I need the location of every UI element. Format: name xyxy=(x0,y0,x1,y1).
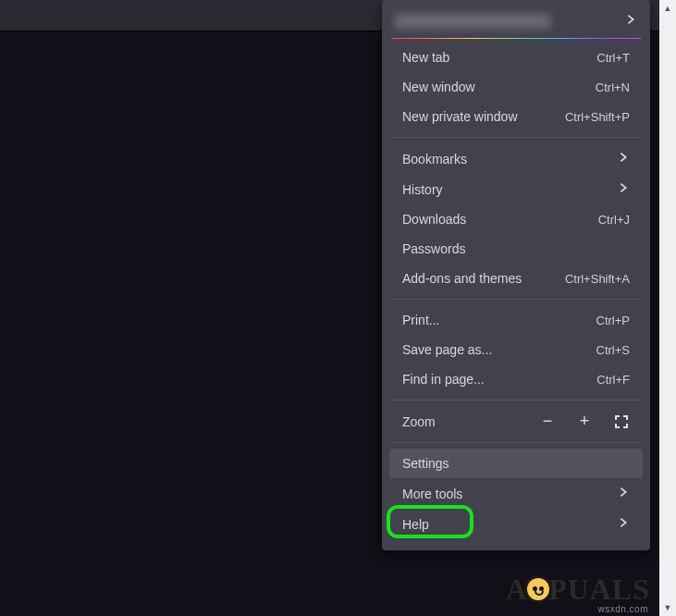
menu-label: Zoom xyxy=(402,414,539,429)
account-divider xyxy=(391,38,641,39)
menu-find-in-page[interactable]: Find in page... Ctrl+F xyxy=(389,364,643,394)
menu-label: History xyxy=(402,182,443,197)
menu-label: Save page as... xyxy=(402,342,492,357)
menu-settings[interactable]: Settings xyxy=(389,449,643,478)
watermark-domain: wsxdn.com xyxy=(597,604,648,614)
fullscreen-button[interactable] xyxy=(613,414,630,429)
menu-accelerator: Ctrl+S xyxy=(596,343,630,357)
chevron-right-icon xyxy=(617,486,630,501)
chevron-right-icon xyxy=(617,181,630,197)
menu-separator xyxy=(391,400,641,400)
menu-label: Help xyxy=(402,517,429,532)
menu-label: Settings xyxy=(402,456,449,471)
menu-save-page-as[interactable]: Save page as... Ctrl+S xyxy=(389,335,643,364)
menu-new-tab[interactable]: New tab Ctrl+T xyxy=(389,43,643,72)
chevron-right-icon xyxy=(617,516,630,532)
menu-zoom-row: Zoom − + xyxy=(389,406,643,437)
menu-new-window[interactable]: New window Ctrl+N xyxy=(389,72,643,102)
menu-label: New window xyxy=(402,80,475,94)
chevron-right-icon xyxy=(617,151,630,166)
menu-downloads[interactable]: Downloads Ctrl+J xyxy=(389,204,643,234)
menu-label: More tools xyxy=(402,487,462,501)
menu-passwords[interactable]: Passwords xyxy=(389,234,643,264)
menu-accelerator: Ctrl+J xyxy=(598,213,630,227)
menu-help[interactable]: Help xyxy=(389,509,643,539)
menu-history[interactable]: History xyxy=(389,174,643,204)
menu-more-tools[interactable]: More tools xyxy=(389,478,643,509)
menu-accelerator: Ctrl+Shift+P xyxy=(565,110,630,124)
menu-label: Print... xyxy=(402,313,439,327)
menu-accelerator: Ctrl+P xyxy=(596,314,630,327)
account-row[interactable]: someone@mail.com xyxy=(382,4,650,38)
menu-label: Add-ons and themes xyxy=(402,271,522,286)
menu-bookmarks[interactable]: Bookmarks xyxy=(389,143,643,174)
scrollbar-track[interactable]: ▲ ▼ xyxy=(659,0,676,616)
zoom-out-button[interactable]: − xyxy=(539,412,556,431)
scrollbar-up-button[interactable]: ▲ xyxy=(659,0,676,17)
menu-label: Find in page... xyxy=(402,372,485,387)
menu-label: New private window xyxy=(402,109,518,124)
menu-accelerator: Ctrl+Shift+A xyxy=(565,272,630,286)
menu-new-private-window[interactable]: New private window Ctrl+Shift+P xyxy=(389,102,643,131)
menu-accelerator: Ctrl+T xyxy=(596,51,630,65)
menu-label: Passwords xyxy=(402,241,465,256)
menu-separator xyxy=(391,137,641,138)
scrollbar-down-button[interactable]: ▼ xyxy=(659,599,676,616)
menu-label: Bookmarks xyxy=(402,152,467,166)
menu-separator xyxy=(391,299,641,300)
account-email: someone@mail.com xyxy=(395,14,550,29)
application-menu: someone@mail.com New tab Ctrl+T New wind… xyxy=(382,0,650,550)
zoom-in-button[interactable]: + xyxy=(576,412,593,431)
watermark-logo: APUALS xyxy=(506,572,650,607)
menu-accelerator: Ctrl+F xyxy=(596,373,630,387)
menu-label: New tab xyxy=(402,50,449,65)
menu-separator xyxy=(391,442,641,443)
menu-print[interactable]: Print... Ctrl+P xyxy=(389,305,643,335)
chevron-right-icon xyxy=(624,13,637,29)
menu-accelerator: Ctrl+N xyxy=(596,80,630,94)
menu-label: Downloads xyxy=(402,212,466,227)
menu-addons-and-themes[interactable]: Add-ons and themes Ctrl+Shift+A xyxy=(389,264,643,293)
